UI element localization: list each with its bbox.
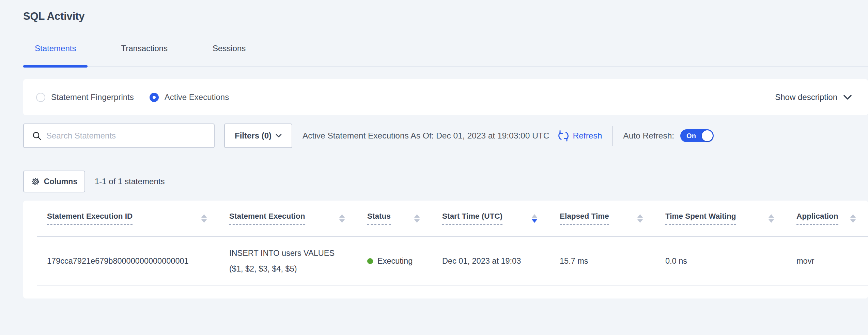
vertical-divider (612, 126, 613, 146)
radio-active-executions[interactable]: Active Executions (150, 92, 229, 102)
cell-status: Executing (357, 257, 432, 266)
toggle-knob[interactable] (702, 130, 713, 141)
search-input[interactable] (46, 131, 196, 141)
header-statement-execution[interactable]: Statement Execution (219, 212, 357, 225)
gear-icon (31, 177, 40, 186)
table-header-row: Statement Execution ID Statement Executi… (37, 201, 868, 237)
statement-count: 1-1 of 1 statements (95, 177, 165, 186)
auto-refresh-toggle[interactable]: On (680, 129, 714, 142)
chevron-down-icon (276, 134, 282, 138)
show-description-toggle[interactable]: Show description (775, 92, 852, 102)
header-start-time[interactable]: Start Time (UTC) (432, 212, 549, 225)
sort-icon[interactable] (201, 214, 207, 223)
auto-refresh-label: Auto Refresh: (623, 131, 674, 141)
tab-sessions[interactable]: Sessions (201, 44, 257, 66)
cell-start-time: Dec 01, 2023 at 19:03 (432, 257, 549, 266)
cell-execution-id[interactable]: 179cca7921e679b80000000000000001 (37, 257, 219, 266)
sort-icon[interactable] (414, 214, 420, 223)
sql-activity-page: SQL Activity Statements Transactions Ses… (23, 0, 868, 298)
cell-application: movr (786, 257, 868, 266)
sort-icon[interactable] (769, 214, 774, 223)
table-meta-row: Columns 1-1 of 1 statements (23, 171, 868, 192)
chevron-down-icon (843, 95, 852, 100)
tab-transactions[interactable]: Transactions (109, 44, 179, 66)
header-application[interactable]: Application (786, 212, 868, 225)
radio-label: Statement Fingerprints (51, 92, 134, 102)
header-statement-execution-id[interactable]: Statement Execution ID (37, 212, 219, 225)
columns-button[interactable]: Columns (23, 171, 85, 192)
tab-statements[interactable]: Statements (23, 44, 88, 66)
refresh-button[interactable]: Refresh (558, 130, 602, 142)
sort-icon[interactable] (637, 214, 643, 223)
as-of-timestamp: Active Statement Executions As Of: Dec 0… (303, 131, 549, 141)
active-tab-underline (23, 65, 88, 68)
radio-label: Active Executions (165, 92, 229, 102)
radio-selected-icon[interactable] (150, 93, 159, 102)
statements-table: Statement Execution ID Statement Executi… (23, 201, 868, 298)
header-time-spent-waiting[interactable]: Time Spent Waiting (655, 212, 786, 225)
header-status[interactable]: Status (357, 212, 432, 225)
table-row[interactable]: 179cca7921e679b80000000000000001 INSERT … (37, 237, 868, 286)
controls-row: Filters (0) Active Statement Executions … (23, 123, 868, 148)
tab-bar: Statements Transactions Sessions (23, 44, 868, 67)
sort-icon[interactable] (850, 214, 856, 223)
header-elapsed-time[interactable]: Elapsed Time (549, 212, 655, 225)
status-dot-icon (367, 258, 373, 264)
page-title: SQL Activity (23, 0, 868, 23)
sort-icon[interactable] (339, 214, 345, 223)
view-mode-card: Statement Fingerprints Active Executions… (23, 79, 868, 115)
cell-elapsed-time: 15.7 ms (549, 257, 655, 266)
radio-unselected-icon[interactable] (36, 93, 45, 102)
toggle-state-label: On (686, 132, 696, 140)
filters-button[interactable]: Filters (0) (224, 123, 292, 148)
refresh-icon (558, 130, 569, 142)
cell-statement[interactable]: INSERT INTO users VALUES ($1, $2, $3, $4… (219, 246, 357, 277)
sort-icon-active-desc[interactable] (532, 214, 537, 223)
search-icon (32, 131, 42, 141)
cell-time-spent-waiting: 0.0 ns (655, 257, 786, 266)
radio-statement-fingerprints[interactable]: Statement Fingerprints (36, 92, 134, 102)
search-box[interactable] (23, 123, 215, 148)
